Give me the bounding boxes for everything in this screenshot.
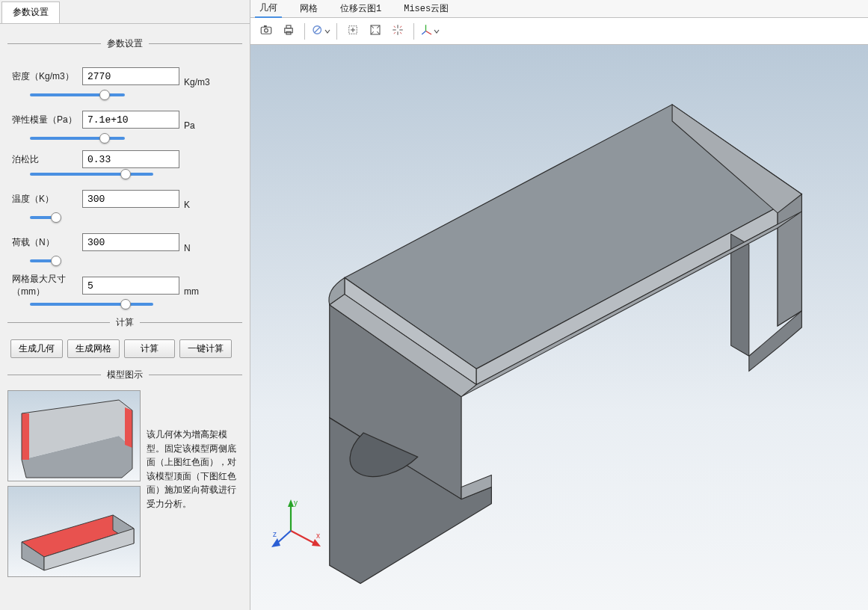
svg-marker-32 [749,311,802,372]
slider-poisson[interactable] [30,173,179,176]
axis-triad: y x z [271,498,324,550]
settings-panel: 参数设置 参数设置 密度（Kg/m3） Kg/m3 弹性模量（Pa） P [0,0,250,610]
unit-modulus: Pa [184,120,195,132]
zoom-selected-icon [391,23,404,39]
input-modulus[interactable] [82,111,179,129]
zoom-selected-button[interactable] [388,22,407,41]
label-modulus: 弹性模量（Pa） [7,114,82,126]
svg-line-22 [422,31,425,35]
input-poisson[interactable] [82,150,179,168]
label-density: 密度（Kg/m3） [7,70,82,83]
zoom-extents-icon [369,23,382,39]
printer-icon [282,23,295,39]
slider-temperature[interactable] [30,216,179,219]
tab-displacement[interactable]: 位移云图1 [336,0,386,17]
unit-temperature: K [184,200,190,212]
settings-tabstrip: 参数设置 [0,0,250,24]
zoom-box-icon [346,23,360,39]
zoom-box-button[interactable] [343,22,363,41]
fieldset-parameters: 参数设置 密度（Kg/m3） Kg/m3 弹性模量（Pa） Pa [7,37,242,306]
svg-marker-2 [22,413,29,460]
compute-button[interactable]: 计算 [124,339,175,358]
generate-geometry-button[interactable]: 生成几何 [10,339,63,358]
model-preview-thumb-2 [7,486,141,577]
model-rendering [250,45,868,610]
slider-modulus[interactable] [30,137,179,140]
view-tabstrip: 几何 网格 位移云图1 Mises云图 [250,0,868,18]
unit-load: N [184,243,191,255]
svg-text:z: z [273,530,277,538]
viewport-panel: 几何 网格 位移云图1 Mises云图 [250,0,868,610]
label-poisson: 泊松比 [7,153,82,166]
chevron-down-icon [324,28,330,34]
svg-rect-10 [264,25,267,27]
input-load[interactable] [82,233,179,251]
input-density[interactable] [82,67,179,85]
model-description: 该几何体为增高架模型。固定该模型两侧底面（上图红色面），对该模型顶面（下图红色面… [145,426,238,577]
axis-triad-icon [420,23,434,39]
chevron-down-icon [434,28,440,34]
tab-parameter-settings[interactable]: 参数设置 [1,1,60,23]
screenshot-button[interactable] [256,22,276,41]
go-to-default-view-button[interactable] [420,22,440,41]
legend-compute: 计算 [110,316,140,329]
svg-marker-3 [125,407,132,448]
unit-mesh-size: mm [184,286,199,298]
label-load: 荷载（N） [7,236,82,249]
model-preview-thumb-1 [7,390,141,481]
tab-mises[interactable]: Mises云图 [399,0,453,17]
svg-text:y: y [294,499,298,507]
svg-line-15 [315,27,321,33]
svg-marker-31 [731,234,749,356]
legend-parameters: 参数设置 [101,37,149,50]
input-mesh-size[interactable] [82,277,179,295]
camera-icon [259,23,273,39]
label-mesh-size: 网格最大尺寸（mm） [7,273,82,298]
tab-geometry[interactable]: 几何 [255,0,282,18]
viewport-toolbar [250,18,868,45]
circle-slash-icon [311,23,324,39]
fieldset-compute: 计算 生成几何 生成网格 计算 一键计算 [7,316,242,358]
one-key-compute-button[interactable]: 一键计算 [179,339,232,358]
input-temperature[interactable] [82,190,179,208]
generate-mesh-button[interactable]: 生成网格 [67,339,120,358]
svg-rect-12 [286,25,291,28]
zoom-extents-button[interactable] [366,22,385,41]
svg-rect-8 [261,27,271,34]
unit-density: Kg/m3 [184,77,210,89]
svg-line-21 [426,31,432,35]
slider-density[interactable] [30,93,179,96]
svg-marker-39 [312,539,321,546]
svg-marker-36 [288,499,294,507]
legend-model-images: 模型图示 [101,369,149,381]
slider-load[interactable] [30,259,179,262]
svg-line-38 [291,531,316,544]
label-temperature: 温度（K） [7,193,82,206]
svg-text:x: x [316,532,320,540]
print-button[interactable] [279,22,298,41]
viewport-3d[interactable]: y x z [250,45,868,610]
svg-point-9 [265,28,268,32]
fieldset-model-images: 模型图示 [7,369,242,577]
tab-mesh[interactable]: 网格 [295,0,322,17]
transparency-button[interactable] [311,22,330,41]
svg-marker-42 [271,538,280,547]
slider-mesh-size[interactable] [30,303,179,306]
